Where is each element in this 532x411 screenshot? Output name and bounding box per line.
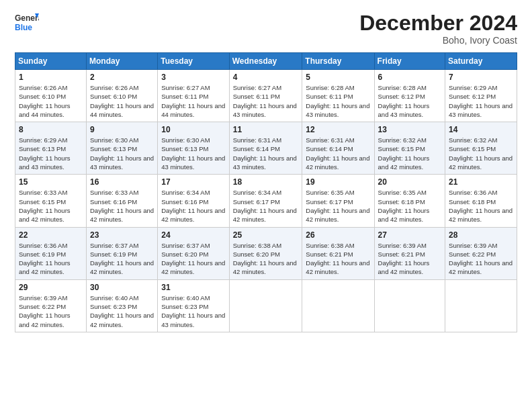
day-info: Sunrise: 6:26 AM Sunset: 6:10 PM Dayligh… — [90, 83, 154, 119]
day-info: Sunrise: 6:31 AM Sunset: 6:14 PM Dayligh… — [306, 136, 370, 171]
day-number: 19 — [306, 177, 370, 187]
calendar-week-3: 15 Sunrise: 6:33 AM Sunset: 6:15 PM Dayl… — [15, 175, 517, 227]
day-info: Sunrise: 6:26 AM Sunset: 6:10 PM Dayligh… — [19, 83, 83, 119]
day-info: Sunrise: 6:39 AM Sunset: 6:22 PM Dayligh… — [449, 241, 513, 277]
calendar-cell: 11 Sunrise: 6:31 AM Sunset: 6:14 PM Dayl… — [229, 122, 302, 175]
calendar-cell: 15 Sunrise: 6:33 AM Sunset: 6:15 PM Dayl… — [15, 175, 87, 227]
day-number: 25 — [233, 230, 299, 240]
calendar-cell: 22 Sunrise: 6:36 AM Sunset: 6:19 PM Dayl… — [15, 227, 87, 279]
day-info: Sunrise: 6:40 AM Sunset: 6:23 PM Dayligh… — [161, 293, 226, 329]
day-info: Sunrise: 6:33 AM Sunset: 6:15 PM Dayligh… — [19, 188, 83, 224]
header-saturday: Saturday — [445, 53, 517, 70]
calendar-cell: 13 Sunrise: 6:32 AM Sunset: 6:15 PM Dayl… — [374, 122, 445, 175]
header: General Blue December 2024 Boho, Ivory C… — [15, 12, 517, 46]
day-info: Sunrise: 6:27 AM Sunset: 6:11 PM Dayligh… — [161, 83, 226, 119]
day-info: Sunrise: 6:32 AM Sunset: 6:15 PM Dayligh… — [378, 136, 441, 171]
calendar-cell: 1 Sunrise: 6:26 AM Sunset: 6:10 PM Dayli… — [15, 70, 87, 122]
day-info: Sunrise: 6:38 AM Sunset: 6:21 PM Dayligh… — [306, 241, 370, 277]
calendar-body: 1 Sunrise: 6:26 AM Sunset: 6:10 PM Dayli… — [15, 70, 517, 332]
calendar-cell: 23 Sunrise: 6:37 AM Sunset: 6:19 PM Dayl… — [86, 227, 157, 279]
day-number: 23 — [90, 230, 154, 240]
day-number: 18 — [233, 177, 299, 187]
calendar-cell: 18 Sunrise: 6:34 AM Sunset: 6:17 PM Dayl… — [229, 175, 302, 227]
calendar-cell: 31 Sunrise: 6:40 AM Sunset: 6:23 PM Dayl… — [158, 279, 230, 332]
calendar-cell: 21 Sunrise: 6:36 AM Sunset: 6:18 PM Dayl… — [445, 175, 517, 227]
calendar-cell: 4 Sunrise: 6:27 AM Sunset: 6:11 PM Dayli… — [229, 70, 302, 122]
day-info: Sunrise: 6:36 AM Sunset: 6:18 PM Dayligh… — [449, 188, 513, 224]
header-monday: Monday — [86, 53, 157, 70]
day-number: 17 — [161, 177, 226, 187]
calendar-cell: 20 Sunrise: 6:35 AM Sunset: 6:18 PM Dayl… — [374, 175, 445, 227]
day-number: 9 — [90, 125, 154, 134]
svg-text:General: General — [15, 13, 39, 23]
day-info: Sunrise: 6:40 AM Sunset: 6:23 PM Dayligh… — [90, 293, 154, 329]
day-number: 15 — [19, 177, 83, 187]
calendar-cell: 17 Sunrise: 6:34 AM Sunset: 6:16 PM Dayl… — [158, 175, 230, 227]
calendar-cell: 26 Sunrise: 6:38 AM Sunset: 6:21 PM Dayl… — [302, 227, 374, 279]
day-info: Sunrise: 6:31 AM Sunset: 6:14 PM Dayligh… — [233, 136, 299, 171]
header-row: Sunday Monday Tuesday Wednesday Thursday… — [15, 53, 517, 70]
calendar: Sunday Monday Tuesday Wednesday Thursday… — [15, 52, 517, 332]
day-info: Sunrise: 6:38 AM Sunset: 6:20 PM Dayligh… — [233, 241, 299, 277]
calendar-cell — [445, 279, 517, 332]
calendar-cell: 29 Sunrise: 6:39 AM Sunset: 6:22 PM Dayl… — [15, 279, 87, 332]
day-info: Sunrise: 6:35 AM Sunset: 6:18 PM Dayligh… — [378, 188, 441, 224]
month-title: December 2024 — [359, 12, 517, 34]
day-info: Sunrise: 6:37 AM Sunset: 6:19 PM Dayligh… — [90, 241, 154, 277]
day-info: Sunrise: 6:39 AM Sunset: 6:21 PM Dayligh… — [378, 241, 441, 277]
day-number: 7 — [449, 73, 513, 82]
calendar-cell: 12 Sunrise: 6:31 AM Sunset: 6:14 PM Dayl… — [302, 122, 374, 175]
calendar-cell — [229, 279, 302, 332]
day-info: Sunrise: 6:30 AM Sunset: 6:13 PM Dayligh… — [161, 136, 226, 171]
calendar-cell: 27 Sunrise: 6:39 AM Sunset: 6:21 PM Dayl… — [374, 227, 445, 279]
day-number: 8 — [19, 125, 83, 134]
calendar-week-2: 8 Sunrise: 6:29 AM Sunset: 6:13 PM Dayli… — [15, 122, 517, 175]
day-info: Sunrise: 6:36 AM Sunset: 6:19 PM Dayligh… — [19, 241, 83, 277]
day-number: 26 — [306, 230, 370, 240]
day-number: 24 — [161, 230, 226, 240]
calendar-cell: 6 Sunrise: 6:28 AM Sunset: 6:12 PM Dayli… — [374, 70, 445, 122]
day-info: Sunrise: 6:29 AM Sunset: 6:12 PM Dayligh… — [449, 83, 513, 119]
header-sunday: Sunday — [15, 53, 87, 70]
day-number: 11 — [233, 125, 299, 134]
day-number: 13 — [378, 125, 441, 134]
calendar-cell: 10 Sunrise: 6:30 AM Sunset: 6:13 PM Dayl… — [158, 122, 230, 175]
calendar-cell: 5 Sunrise: 6:28 AM Sunset: 6:11 PM Dayli… — [302, 70, 374, 122]
day-number: 4 — [233, 73, 299, 82]
calendar-cell: 25 Sunrise: 6:38 AM Sunset: 6:20 PM Dayl… — [229, 227, 302, 279]
day-info: Sunrise: 6:28 AM Sunset: 6:11 PM Dayligh… — [306, 83, 370, 119]
page: General Blue December 2024 Boho, Ivory C… — [0, 0, 532, 411]
day-number: 6 — [378, 73, 441, 82]
calendar-week-4: 22 Sunrise: 6:36 AM Sunset: 6:19 PM Dayl… — [15, 227, 517, 279]
day-number: 1 — [19, 73, 83, 82]
header-friday: Friday — [374, 53, 445, 70]
calendar-header: Sunday Monday Tuesday Wednesday Thursday… — [15, 53, 517, 70]
day-info: Sunrise: 6:27 AM Sunset: 6:11 PM Dayligh… — [233, 83, 299, 119]
day-number: 28 — [449, 230, 513, 240]
calendar-cell: 14 Sunrise: 6:32 AM Sunset: 6:15 PM Dayl… — [445, 122, 517, 175]
day-number: 30 — [90, 283, 154, 292]
header-wednesday: Wednesday — [229, 53, 302, 70]
calendar-cell: 2 Sunrise: 6:26 AM Sunset: 6:10 PM Dayli… — [86, 70, 157, 122]
day-info: Sunrise: 6:37 AM Sunset: 6:20 PM Dayligh… — [161, 241, 226, 277]
calendar-cell: 8 Sunrise: 6:29 AM Sunset: 6:13 PM Dayli… — [15, 122, 87, 175]
calendar-cell: 16 Sunrise: 6:33 AM Sunset: 6:16 PM Dayl… — [86, 175, 157, 227]
day-info: Sunrise: 6:30 AM Sunset: 6:13 PM Dayligh… — [90, 136, 154, 171]
title-area: December 2024 Boho, Ivory Coast — [359, 12, 517, 46]
subtitle: Boho, Ivory Coast — [359, 35, 517, 46]
header-tuesday: Tuesday — [158, 53, 230, 70]
day-info: Sunrise: 6:29 AM Sunset: 6:13 PM Dayligh… — [19, 136, 83, 171]
logo-svg: General Blue — [15, 12, 39, 36]
day-info: Sunrise: 6:35 AM Sunset: 6:17 PM Dayligh… — [306, 188, 370, 224]
day-info: Sunrise: 6:28 AM Sunset: 6:12 PM Dayligh… — [378, 83, 441, 119]
day-info: Sunrise: 6:32 AM Sunset: 6:15 PM Dayligh… — [449, 136, 513, 171]
day-info: Sunrise: 6:34 AM Sunset: 6:17 PM Dayligh… — [233, 188, 299, 224]
logo: General Blue — [15, 12, 39, 36]
calendar-week-5: 29 Sunrise: 6:39 AM Sunset: 6:22 PM Dayl… — [15, 279, 517, 332]
day-info: Sunrise: 6:33 AM Sunset: 6:16 PM Dayligh… — [90, 188, 154, 224]
calendar-cell: 19 Sunrise: 6:35 AM Sunset: 6:17 PM Dayl… — [302, 175, 374, 227]
calendar-cell — [374, 279, 445, 332]
calendar-cell: 9 Sunrise: 6:30 AM Sunset: 6:13 PM Dayli… — [86, 122, 157, 175]
day-number: 3 — [161, 73, 226, 82]
day-number: 16 — [90, 177, 154, 187]
